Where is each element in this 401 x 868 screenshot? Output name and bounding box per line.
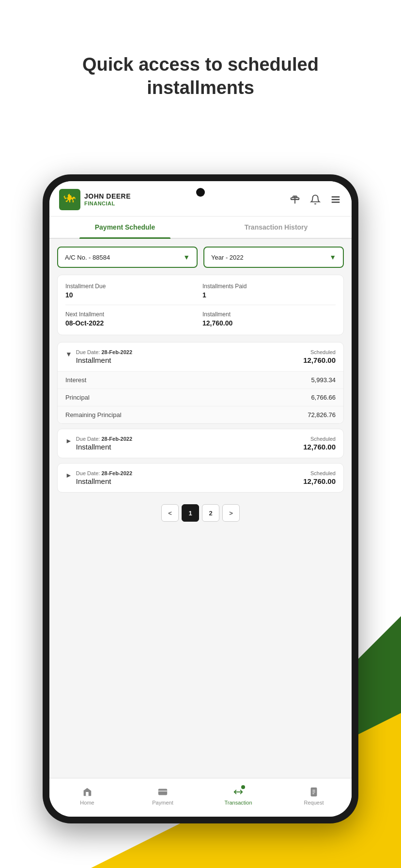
installment-amount-2: 12,760.00 [303,443,336,451]
request-icon [308,786,320,798]
payment-icon [157,786,169,798]
installment-right-1: Scheduled 12,760.00 [303,349,336,364]
scheduled-label-2: Scheduled [303,436,336,442]
installment-card-1[interactable]: ▼ Due Date: 28-Feb-2022 Installment Sche… [57,342,344,424]
installment-amount-item: Installment 12,760.00 [202,311,336,327]
installments-paid-value: 1 [202,291,336,299]
installment-header-1[interactable]: ▼ Due Date: 28-Feb-2022 Installment Sche… [58,342,343,371]
app-header: John Deere Financial [49,181,352,217]
phone-camera [196,188,205,197]
installment-amount-label: Installment [202,311,336,318]
detail-row-interest: Interest 5,993.34 [58,372,343,389]
installment-due-item: Installment Due 10 [65,283,199,299]
installment-due-value: 10 [65,291,199,299]
menu-icon[interactable] [329,193,342,206]
pagination: < 1 2 > [57,497,344,526]
detail-row-principal: Principal 6,766.66 [58,389,343,406]
dropdowns-row: A/C No. - 88584 ▼ Year - 2022 ▼ [57,247,344,268]
installment-card-2[interactable]: ► Due Date: 28-Feb-2022 Installment Sche… [57,429,344,458]
interest-label: Interest [65,376,86,384]
installment-due-label: Installment Due [65,283,199,290]
brand-text: John Deere Financial [84,193,131,206]
expand-chevron-icon-2: ► [65,437,72,445]
summary-grid: Installment Due 10 Installments Paid 1 [65,283,336,299]
summary-grid-2: Next Intallment 08-Oct-2022 Installment … [65,311,336,327]
brand-sub: Financial [84,201,131,206]
installment-amount-3: 12,760.00 [303,477,336,485]
scheduled-label-3: Scheduled [303,470,336,476]
transaction-nav-label: Transaction [224,800,252,806]
nav-item-request[interactable]: Request [276,778,352,813]
remaining-label: Remaining Principal [65,411,122,418]
year-chevron-icon: ▼ [329,253,336,261]
installments-paid-item: Installments Paid 1 [202,283,336,299]
installment-name-2: Installment [76,443,132,451]
scheduled-label-1: Scheduled [303,349,336,355]
installment-header-2[interactable]: ► Due Date: 28-Feb-2022 Installment Sche… [58,429,343,458]
installment-name-3: Installment [76,477,132,485]
next-page-button[interactable]: > [222,504,240,522]
installment-right-2: Scheduled 12,760.00 [303,436,336,451]
expand-chevron-icon-3: ► [65,471,72,479]
home-icon [81,786,93,798]
brand-name: John Deere [84,193,131,200]
account-dropdown[interactable]: A/C No. - 88584 ▼ [57,247,198,268]
detail-row-remaining: Remaining Principal 72,826.76 [58,406,343,423]
page-title: Quick access to scheduled installments [0,53,401,99]
phone-mockup: John Deere Financial [43,174,358,823]
installment-amount-1: 12,760.00 [303,356,336,364]
installment-labels-1: Due Date: 28-Feb-2022 Installment [76,349,132,364]
payment-nav-label: Payment [152,800,173,806]
account-chevron-icon: ▼ [183,253,190,261]
installment-header-3[interactable]: ► Due Date: 28-Feb-2022 Installment Sche… [58,464,343,492]
logo-area: John Deere Financial [59,189,131,210]
nav-item-transaction[interactable]: Transaction [200,778,276,813]
request-nav-label: Request [304,800,324,806]
prev-page-button[interactable]: < [161,504,179,522]
card-details-1: Interest 5,993.34 Principal 6,766.66 Rem… [58,371,343,423]
nav-item-home[interactable]: Home [49,778,125,813]
bell-icon[interactable] [309,193,322,206]
installment-amount-value: 12,760.00 [202,319,336,327]
remaining-value: 72,826.76 [308,411,336,418]
home-nav-label: Home [80,800,94,806]
gift-icon[interactable] [289,193,301,206]
header-icons [289,193,342,206]
page-2-button[interactable]: 2 [202,504,219,522]
next-installment-label: Next Intallment [65,311,199,318]
phone-screen: John Deere Financial [49,181,352,817]
next-installment-value: 08-Oct-2022 [65,319,199,327]
tab-transaction-history[interactable]: Transaction History [200,217,352,238]
expand-chevron-icon-1: ▼ [65,350,72,358]
installments-paid-label: Installments Paid [202,283,336,290]
deer-logo-icon [59,189,80,210]
nav-item-payment[interactable]: Payment [125,778,200,813]
svg-rect-4 [158,789,167,795]
next-installment-item: Next Intallment 08-Oct-2022 [65,311,199,327]
transaction-dot [241,785,245,789]
principal-value: 6,766.66 [311,394,336,401]
page-1-button[interactable]: 1 [182,504,199,522]
installment-card-3[interactable]: ► Due Date: 28-Feb-2022 Installment Sche… [57,463,344,493]
principal-label: Principal [65,394,90,401]
tab-payment-schedule[interactable]: Payment Schedule [49,217,200,238]
year-dropdown[interactable]: Year - 2022 ▼ [203,247,344,268]
tabs-bar: Payment Schedule Transaction History [49,217,352,239]
installment-labels-2: Due Date: 28-Feb-2022 Installment [76,436,132,451]
interest-value: 5,993.34 [311,376,336,384]
summary-card: Installment Due 10 Installments Paid 1 N… [57,275,344,335]
transaction-icon-wrap [232,786,244,798]
installment-name-1: Installment [76,356,132,364]
app-content: A/C No. - 88584 ▼ Year - 2022 ▼ Installm… [49,239,352,777]
installment-right-3: Scheduled 12,760.00 [303,470,336,485]
installment-labels-3: Due Date: 28-Feb-2022 Installment [76,470,132,485]
bottom-nav: Home Payment [49,778,352,817]
